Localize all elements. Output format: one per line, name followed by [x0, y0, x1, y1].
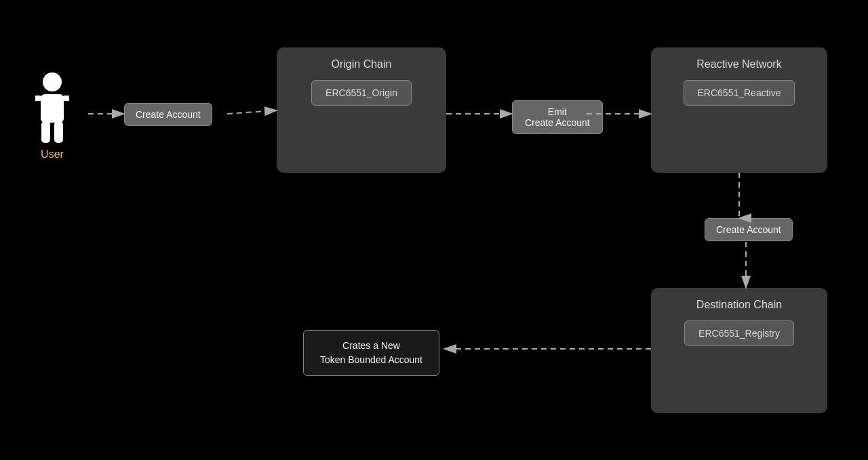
svg-rect-3	[62, 96, 69, 101]
creates-tba-line2: Token Bounded Account	[320, 353, 422, 367]
create-account-user-label: Create Account	[136, 109, 201, 120]
origin-chain-box: Origin Chain ERC6551_Origin	[277, 47, 446, 173]
emit-create-account-button[interactable]: Emit Create Account	[512, 100, 603, 134]
user-icon	[35, 71, 69, 146]
reactive-network-title: Reactive Network	[662, 58, 816, 70]
destination-chain-title: Destination Chain	[662, 299, 816, 311]
creates-tba-box: Crates a New Token Bounded Account	[303, 330, 439, 376]
svg-point-0	[43, 72, 62, 91]
creates-tba-line1: Crates a New	[320, 339, 422, 353]
svg-rect-1	[41, 94, 64, 123]
create-account-reactive-label: Create Account	[716, 224, 781, 235]
origin-chain-inner: ERC6551_Origin	[311, 80, 412, 106]
svg-rect-2	[35, 96, 42, 101]
emit-label-line1: Emit	[525, 106, 590, 117]
create-account-reactive-button[interactable]: Create Account	[705, 218, 793, 241]
destination-chain-box: Destination Chain ERC6551_Registry	[651, 288, 827, 413]
svg-rect-4	[41, 121, 50, 143]
user-label: User	[41, 148, 64, 161]
reactive-network-inner: ERC6551_Reactive	[684, 80, 795, 106]
reactive-network-box: Reactive Network ERC6551_Reactive	[651, 47, 827, 173]
emit-label-line2: Create Account	[525, 117, 590, 128]
diagram: User Create Account Origin Chain ERC6551…	[0, 0, 868, 460]
create-account-user-button[interactable]: Create Account	[124, 103, 212, 126]
svg-rect-5	[54, 121, 63, 143]
origin-chain-title: Origin Chain	[288, 58, 435, 70]
user-figure: User	[35, 71, 69, 161]
arrow-btn-to-origin	[227, 110, 277, 114]
destination-chain-inner: ERC6551_Registry	[684, 320, 794, 346]
